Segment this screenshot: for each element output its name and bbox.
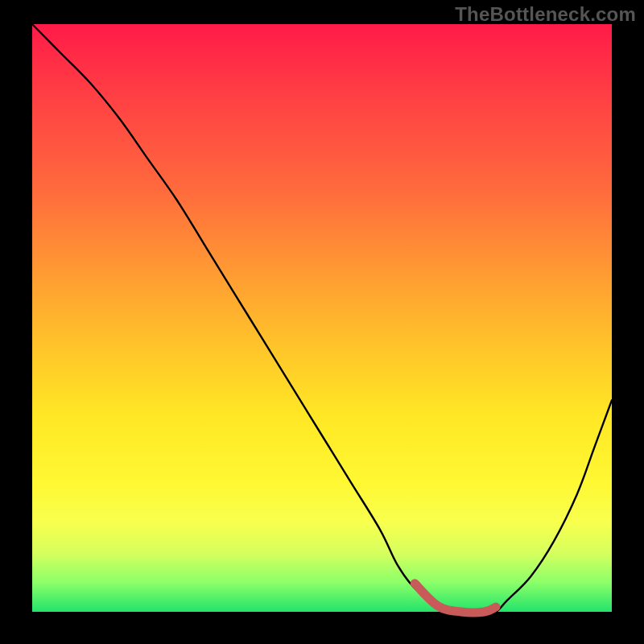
chart-area	[32, 24, 612, 612]
watermark-text: TheBottleneck.com	[455, 3, 636, 26]
optimal-range-marker	[415, 584, 496, 613]
chart-svg	[32, 24, 612, 612]
bottleneck-curve	[32, 24, 612, 613]
